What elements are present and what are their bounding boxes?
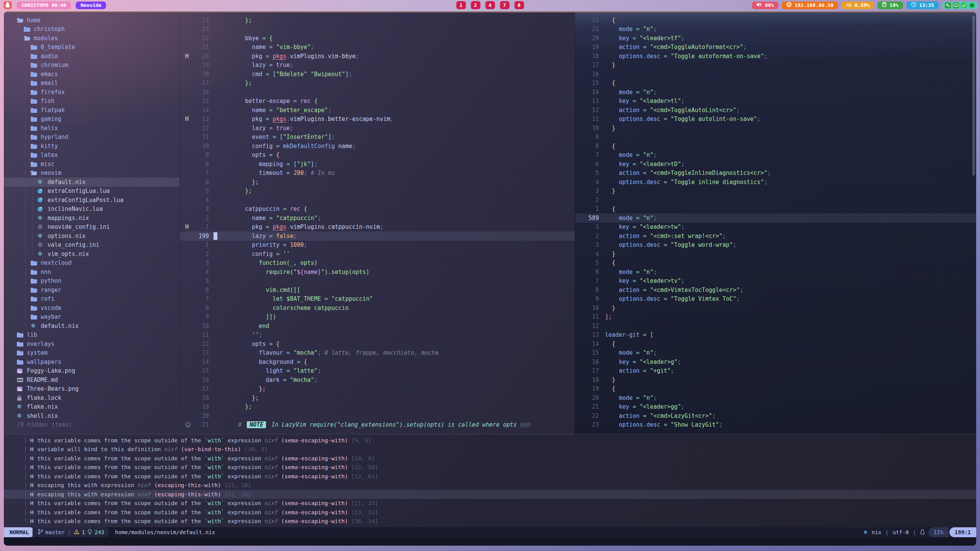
code-line[interactable]: 16 [575, 70, 976, 79]
code-line[interactable]: 8 { [575, 142, 976, 151]
code-line[interactable]: 9 [575, 133, 976, 142]
code-line[interactable]: 7 mode = "n"; [575, 151, 976, 160]
tree-item[interactable]: Three-Bears.png [17, 385, 179, 394]
tree-item[interactable]: │ fish [17, 97, 179, 106]
code-line[interactable]: 17 }; [180, 385, 575, 394]
code-line[interactable]: 22 { [575, 16, 976, 25]
code-line[interactable]: 19 action = "<cmd>ToggleAutoformat<cr>"; [575, 43, 976, 52]
tree-item[interactable]: home [17, 16, 179, 25]
code-line[interactable]: 20 mode = "n"; [575, 393, 976, 403]
tree-item[interactable]: │ 0_template [17, 43, 179, 52]
code-line[interactable]: 4 } [575, 249, 976, 259]
code-line[interactable]: 12 [575, 321, 976, 331]
tree-item[interactable]: │ └ ❄vim_opts.nix [17, 249, 179, 259]
editor-pane-right[interactable]: 22 {21 mode = "n";20 key = "<leader>tf";… [575, 13, 976, 434]
diagnostics-list[interactable]: ├Hthis variable comes from the scope out… [4, 434, 976, 527]
code-line[interactable]: 2 name = "catppuccin"; [180, 214, 575, 223]
code-line[interactable]: 9 opts = { [180, 151, 575, 160]
clock-widget[interactable]: 13:35 [907, 2, 939, 9]
tree-item[interactable]: │ latex [17, 151, 179, 160]
code-line[interactable]: 14 { [575, 339, 976, 349]
code-line[interactable]: 11 event = ["InsertEnter"]; [180, 133, 575, 142]
code-line[interactable]: 21 mode = "n"; [575, 25, 976, 34]
code-line[interactable]: 16 [180, 88, 575, 97]
tree-item[interactable]: │ ranger [17, 285, 179, 295]
tree-item[interactable]: │ python [17, 277, 179, 286]
tree-item[interactable]: │ │ ⚙vale_config.ini [17, 241, 179, 250]
code-line[interactable]: 12 lazy = true; [180, 124, 575, 133]
tree-item[interactable]: │ gaming [17, 115, 179, 124]
code-line[interactable]: 10 end [180, 321, 575, 331]
editor-pane-left[interactable]: 24 };2322 bbye = {21 name = "vim-bbye";H… [180, 13, 575, 434]
code-line[interactable]: 1 { [575, 205, 976, 214]
code-line[interactable]: 4 options.desc = "Toggle inline diagnost… [575, 178, 976, 187]
code-line[interactable]: 21 name = "vim-bbye"; [180, 43, 575, 52]
tree-item[interactable]: README.md [17, 375, 179, 385]
code-line[interactable]: 5 { [575, 259, 976, 268]
diagnostic-row[interactable]: ├Hthis variable comes from the scope out… [24, 508, 976, 517]
code-line[interactable]: 18 cmd = ["Bdelete" "Bwipeout"]; [180, 70, 575, 79]
tree-item[interactable]: ❄shell.nix [17, 411, 179, 421]
code-line[interactable]: 15 better-escape = rec { [180, 97, 575, 106]
code-line[interactable]: 8 colorscheme catppuccin [180, 303, 575, 313]
code-line[interactable]: 6 key = "<leader>tD"; [575, 160, 976, 169]
code-line[interactable]: 7 key = "<leader>tv"; [575, 277, 976, 286]
tree-item[interactable]: (9 hidden items) [17, 421, 179, 430]
code-line[interactable]: 21 # NOTE In LazyVim require("clang_exte… [180, 421, 575, 430]
key-icon[interactable] [945, 2, 951, 8]
code-line[interactable]: 7 timeout = 200; # In ms [180, 169, 575, 178]
code-line[interactable]: 5 action = "<cmd>ToggleInlineDiagnostics… [575, 169, 976, 178]
tree-item[interactable]: └ ❄default.nix [17, 321, 179, 331]
os-logo-button[interactable] [3, 1, 12, 9]
code-line[interactable]: 589 mode = "n"; [575, 214, 976, 223]
code-line[interactable]: 15 mode = "n"; [575, 349, 976, 358]
scrollbar-thumb[interactable] [972, 16, 975, 176]
tree-item[interactable]: │ flatpak [17, 106, 179, 115]
tree-item[interactable]: │ │ extraConfigLua.lua [17, 187, 179, 196]
tree-item[interactable]: │ emacs [17, 70, 179, 79]
code-line[interactable]: 19 }; [180, 403, 575, 412]
network-widget[interactable]: 192.168.86.50 [782, 2, 838, 9]
code-line[interactable]: 14 name = "better_escape"; [180, 106, 575, 115]
code-line[interactable]: 2 config = '' [180, 249, 575, 259]
tree-item[interactable]: │ nnn [17, 267, 179, 277]
code-line[interactable]: H20 pkg = pkgs.vimPlugins.vim-bbye; [180, 52, 575, 61]
tree-item[interactable]: │ chromium [17, 61, 179, 70]
code-line[interactable]: 3 options.desc = "Toggle word-wrap"; [575, 241, 976, 250]
code-line[interactable]: 20 key = "<leader>tf"; [575, 34, 976, 43]
code-line[interactable]: 3 function(_, opts) [180, 259, 575, 268]
diagnostic-row[interactable]: ├Hthis variable comes from the scope out… [24, 463, 976, 472]
diagnostic-row[interactable]: └Hthis variable comes from the scope out… [24, 517, 976, 526]
code-line[interactable]: 11 options.desc = "Toggle autolint-on-sa… [575, 115, 976, 124]
code-line[interactable]: 12 action = "<cmd>ToggleAutoLint<cr>"; [575, 106, 976, 115]
code-line[interactable]: 18 } [575, 375, 976, 385]
code-line[interactable]: 17 } [575, 61, 976, 70]
memory-widget[interactable]: 19% [877, 2, 903, 9]
code-line[interactable]: 10 } [575, 303, 976, 313]
code-line[interactable]: 16 dark = "mocha"; [180, 375, 575, 385]
tree-item[interactable]: │ misc [17, 160, 179, 169]
code-line[interactable]: 18 options.desc = "Toggle autoformat-on-… [575, 52, 976, 61]
tree-item[interactable]: │ neovim [17, 169, 179, 178]
workspace-button[interactable]: 8 [514, 1, 524, 9]
code-line[interactable]: 19 lazy = true; [180, 61, 575, 70]
code-line[interactable]: 24 }; [180, 16, 575, 25]
tree-item[interactable]: │ │ ❄default.nix [4, 178, 179, 187]
tree-item[interactable]: │ kitty [17, 142, 179, 151]
tree-item[interactable]: wallpapers [17, 357, 179, 367]
diagnostic-row[interactable]: ├Hthis variable comes from the scope out… [24, 436, 976, 445]
code-line[interactable]: 22 bbye = { [180, 34, 575, 43]
tree-item[interactable]: │ │ ❄options.nix [17, 231, 179, 241]
tree-item[interactable]: └ modules [17, 34, 179, 43]
code-line[interactable]: 14 background = { [180, 357, 575, 367]
workspace-button[interactable]: 1 [456, 1, 466, 9]
tree-item[interactable]: Foggy-Lake.png [17, 367, 179, 376]
code-line[interactable]: 15 { [575, 79, 976, 88]
code-line[interactable]: 199 lazy = false; [180, 231, 575, 241]
tree-item[interactable]: │ helix [17, 124, 179, 133]
code-line[interactable]: 9 ]]) [180, 313, 575, 322]
code-line[interactable]: 10 config = mkDefaultConfig name; [180, 142, 575, 151]
code-line[interactable]: 23 options.desc = "Show LazyGit"; [575, 421, 976, 430]
workspace-button[interactable]: 7 [500, 1, 509, 9]
tree-item[interactable]: ❄flake.nix [17, 403, 179, 412]
